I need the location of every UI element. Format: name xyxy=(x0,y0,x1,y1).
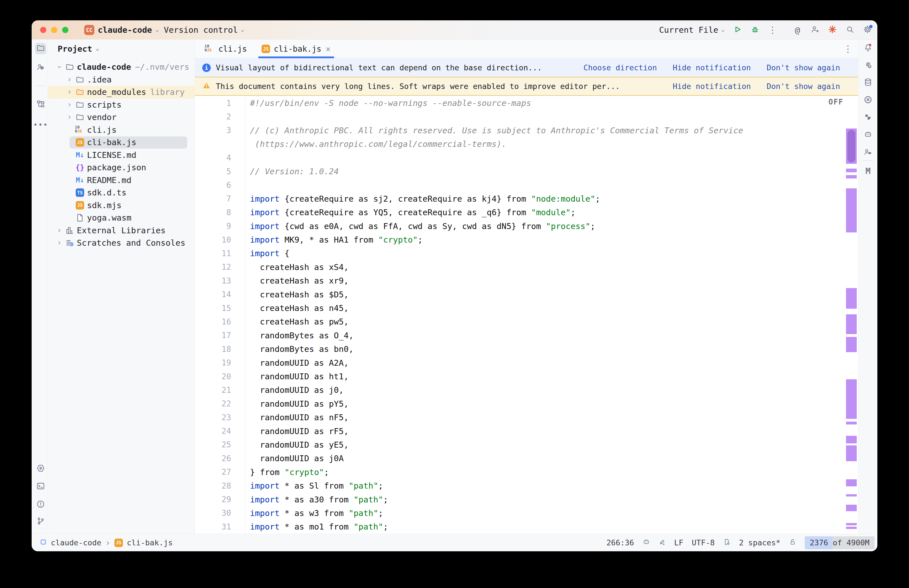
pull-requests-tool-button[interactable]: ? xyxy=(35,62,46,73)
code-line-wrap[interactable]: (https://www.anthropic.com/legal/commerc… xyxy=(195,137,858,151)
tree-item-node-modules[interactable]: node_moduleslibrary xyxy=(48,86,195,99)
code-line-22[interactable]: 22 randomUUID as pY5, xyxy=(195,397,858,410)
notification-link-don-t-show-again[interactable]: Don't show again xyxy=(767,63,840,72)
chevron-right-icon[interactable] xyxy=(54,240,65,246)
code-line-13[interactable]: 13 createHash as xr9, xyxy=(195,274,858,288)
code-line-5[interactable]: 5// Version: 1.0.24 xyxy=(195,165,858,178)
code-line-24[interactable]: 24 randomUUID as rF5, xyxy=(195,424,858,438)
chevron-right-icon[interactable] xyxy=(65,76,74,83)
notification-link-hide-notification[interactable]: Hide notification xyxy=(673,82,751,90)
chevron-right-icon[interactable] xyxy=(65,89,74,95)
indent-widget[interactable]: 2 spaces* xyxy=(739,538,780,547)
code-line-18[interactable]: 18 randomBytes as bn0, xyxy=(195,342,858,356)
notification-link-choose-direction[interactable]: Choose direction xyxy=(583,63,657,72)
code-line-4[interactable]: 4 xyxy=(195,151,858,165)
copilot-status-icon[interactable] xyxy=(643,538,650,547)
code-line-27[interactable]: 27} from "crypto"; xyxy=(195,465,858,479)
plugin-tool-button[interactable] xyxy=(863,113,873,123)
writable-status-icon[interactable] xyxy=(789,538,796,547)
more-actions-button[interactable]: ⋮ xyxy=(768,25,777,35)
code-line-9[interactable]: 9import {cwd as e0A, cwd as FfA, cwd as … xyxy=(195,220,858,233)
tree-item-claude-code[interactable]: claude-code~/.nvm/vers xyxy=(48,61,195,73)
tree-item-yoga-wasm[interactable]: yoga.wasm xyxy=(48,212,195,224)
code-line-21[interactable]: 21 randomUUID as j0, xyxy=(195,383,858,397)
tree-item--idea[interactable]: .idea xyxy=(48,73,195,86)
code-line-8[interactable]: 8import {createRequire as YQ5, createReq… xyxy=(195,205,858,219)
tree-item-readme-md[interactable]: M↓README.md xyxy=(48,174,195,187)
encoding-widget[interactable]: UTF-8 xyxy=(692,538,715,547)
chevron-right-icon[interactable] xyxy=(65,114,74,120)
close-window-button[interactable] xyxy=(40,27,46,33)
project-selector[interactable]: CC claude-code ⌄ xyxy=(84,20,159,40)
code-line-7[interactable]: 7import {createRequire as sj2, createReq… xyxy=(195,192,858,205)
tree-item-vendor[interactable]: vendor xyxy=(48,111,195,124)
debug-button[interactable] xyxy=(750,25,760,35)
more-tool-windows-button[interactable]: ••• xyxy=(35,119,46,131)
code-line-2[interactable]: 2 xyxy=(195,110,858,123)
m-tool-button[interactable]: M xyxy=(863,166,873,176)
tree-item-sdk-mjs[interactable]: JSsdk.mjs xyxy=(48,199,195,212)
line-separator-widget[interactable]: LF xyxy=(674,538,684,547)
x-tool-button[interactable] xyxy=(863,95,873,105)
notification-link-don-t-show-again[interactable]: Don't show again xyxy=(767,82,840,90)
breadcrumb-project[interactable]: claude-code xyxy=(51,538,102,547)
notifications-tool-button[interactable] xyxy=(863,43,873,53)
code-line-19[interactable]: 19 randomUUID as A2A, xyxy=(195,356,858,369)
search-everywhere-button[interactable] xyxy=(845,25,855,35)
chevron-right-icon[interactable] xyxy=(54,227,65,234)
add-user-icon[interactable] xyxy=(810,25,820,35)
file-settings-icon[interactable] xyxy=(723,538,730,547)
project-panel-header[interactable]: Project ⌄ xyxy=(48,40,195,58)
code-line-28[interactable]: 28import * as Sl from "path"; xyxy=(195,479,858,493)
ai-burst-icon[interactable] xyxy=(828,25,837,35)
tree-item-scratches-and-consoles[interactable]: Scratches and Consoles xyxy=(48,237,195,249)
highlighting-level-icon[interactable] xyxy=(659,538,666,547)
chevron-right-icon[interactable] xyxy=(65,102,74,108)
problems-tool-button[interactable] xyxy=(35,499,46,510)
minimize-window-button[interactable] xyxy=(51,27,57,33)
code-line-10[interactable]: 10import MK9, * as HA1 from "crypto"; xyxy=(195,233,858,247)
close-tab-icon[interactable]: × xyxy=(326,44,331,54)
code-line-15[interactable]: 15 createHash as n45, xyxy=(195,301,858,315)
code-line-6[interactable]: 6 xyxy=(195,178,858,192)
code-line-20[interactable]: 20 randomUUID as ht1, xyxy=(195,370,858,383)
caret-position-widget[interactable]: 266:36 xyxy=(607,538,634,547)
breadcrumb-file[interactable]: cli-bak.js xyxy=(127,538,173,547)
scrollbar-thumb[interactable] xyxy=(848,130,855,162)
tab-cli-js[interactable]: 100JS cli.js xyxy=(197,40,254,58)
code-line-3[interactable]: 3// (c) Anthropic PBC. All rights reserv… xyxy=(195,124,858,137)
code-line-14[interactable]: 14 createHash as $D5, xyxy=(195,288,858,301)
tree-item-sdk-d-ts[interactable]: TSsdk.d.ts xyxy=(48,186,195,199)
tab-options-button[interactable]: ⋮ xyxy=(843,44,852,54)
project-tool-button[interactable] xyxy=(35,43,46,54)
code-line-26[interactable]: 26 randomUUID as j0A xyxy=(195,452,858,465)
tree-item-package-json[interactable]: {}package.json xyxy=(48,161,195,174)
inspections-widget[interactable]: OFF xyxy=(828,98,843,106)
settings-button[interactable] xyxy=(863,25,872,35)
chevron-down-icon[interactable] xyxy=(54,64,65,70)
code-line-23[interactable]: 23 randomUUID as nF5, xyxy=(195,410,858,424)
run-button[interactable] xyxy=(733,25,742,35)
code-line-30[interactable]: 30import * as w3 from "path"; xyxy=(195,506,858,520)
editor-scrollbar[interactable] xyxy=(846,96,857,534)
code-line-1[interactable]: 1#!/usr/bin/env -S node --no-warnings --… xyxy=(195,96,858,110)
tree-item-cli-bak-js[interactable]: JScli-bak.js xyxy=(48,136,195,149)
terminal-tool-button[interactable] xyxy=(35,481,46,492)
zoom-window-button[interactable] xyxy=(62,27,68,33)
structure-tool-button[interactable] xyxy=(35,99,46,110)
bot-tool-button[interactable] xyxy=(863,130,873,140)
code-line-25[interactable]: 25 randomUUID as yE5, xyxy=(195,438,858,452)
tab-cli-bak-js[interactable]: JS cli-bak.js × xyxy=(254,40,338,58)
tree-item-license-md[interactable]: M↓LICENSE.md xyxy=(48,149,195,162)
tree-item-cli-js[interactable]: 100JScli.js xyxy=(48,124,195,136)
notification-link-hide-notification[interactable]: Hide notification xyxy=(673,63,751,72)
database-tool-button[interactable] xyxy=(863,78,873,87)
code-with-me-tool-button[interactable] xyxy=(863,148,873,157)
tree-item-scripts[interactable]: scripts xyxy=(48,99,195,111)
mentions-icon[interactable]: @ xyxy=(793,25,802,35)
code-line-16[interactable]: 16 createHash as pw5, xyxy=(195,315,858,328)
code-line-11[interactable]: 11import { xyxy=(195,247,858,260)
code-line-17[interactable]: 17 randomBytes as O_4, xyxy=(195,329,858,342)
memory-indicator[interactable]: 2376 of 4900M xyxy=(805,536,875,549)
code-line-31[interactable]: 31import * as mo1 from "path"; xyxy=(195,520,858,533)
